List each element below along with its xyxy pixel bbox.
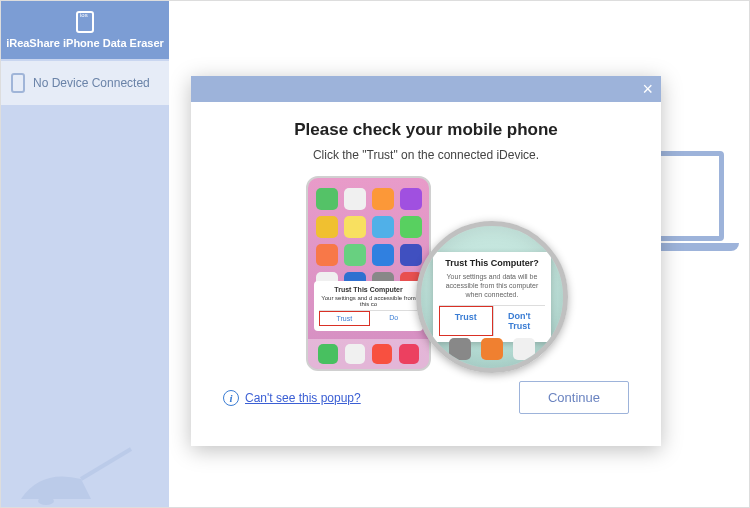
magnifier-graphic: Trust This Computer? Your settings and d… — [416, 221, 568, 373]
dock-icon — [481, 338, 503, 360]
modal-body: Please check your mobile phone Click the… — [191, 102, 661, 446]
app-icon — [400, 188, 422, 210]
phone-trust-popup: Trust This Computer Your settings and d … — [314, 281, 423, 331]
continue-button[interactable]: Continue — [519, 381, 629, 414]
device-status-row: No Device Connected — [1, 61, 169, 105]
help-link[interactable]: i Can't see this popup? — [223, 390, 361, 406]
dont-trust-button: Don't Trust — [493, 306, 546, 336]
magnified-trust-popup: Trust This Computer? Your settings and d… — [433, 252, 551, 342]
device-status-text: No Device Connected — [33, 76, 150, 90]
dock-icon — [318, 344, 338, 364]
sidebar: iReaShare iPhone Data Eraser No Device C… — [1, 1, 169, 508]
svg-point-1 — [38, 497, 54, 505]
trust-popup-text: Your settings and data will be accessibl… — [439, 272, 545, 299]
app-icon — [372, 188, 394, 210]
app-icon — [372, 244, 394, 266]
app-icon — [344, 188, 366, 210]
modal-title: Please check your mobile phone — [294, 120, 558, 140]
dock-icon — [399, 344, 419, 364]
dock-icon — [372, 344, 392, 364]
app-title: iReaShare iPhone Data Eraser — [6, 37, 164, 49]
decoration-broom-icon — [1, 439, 169, 508]
app-icon — [400, 244, 422, 266]
modal-header: × — [191, 76, 661, 102]
phone-icon — [11, 73, 25, 93]
phone-graphic: Trust This Computer Your settings and d … — [306, 176, 431, 371]
trust-modal: × Please check your mobile phone Click t… — [191, 76, 661, 446]
modal-close-button[interactable]: × — [642, 80, 653, 98]
app-icon — [316, 244, 338, 266]
app-icon — [316, 188, 338, 210]
dock-icon — [449, 338, 471, 360]
modal-subtitle: Click the "Trust" on the connected iDevi… — [313, 148, 539, 162]
svg-line-0 — [81, 449, 131, 479]
app-icon — [372, 216, 394, 238]
app-icon — [316, 216, 338, 238]
app-icon — [344, 216, 366, 238]
app-icon — [344, 244, 366, 266]
trust-popup-title: Trust This Computer? — [439, 258, 545, 268]
dock-icon — [345, 344, 365, 364]
modal-footer: i Can't see this popup? Continue — [219, 381, 633, 414]
info-icon: i — [223, 390, 239, 406]
help-link-text[interactable]: Can't see this popup? — [245, 391, 361, 405]
app-header: iReaShare iPhone Data Eraser — [1, 1, 169, 59]
app-icon — [400, 216, 422, 238]
app-logo-icon — [76, 11, 94, 33]
trust-illustration: Trust This Computer Your settings and d … — [276, 176, 576, 371]
dock-icon — [513, 338, 535, 360]
trust-button: Trust — [439, 306, 493, 336]
